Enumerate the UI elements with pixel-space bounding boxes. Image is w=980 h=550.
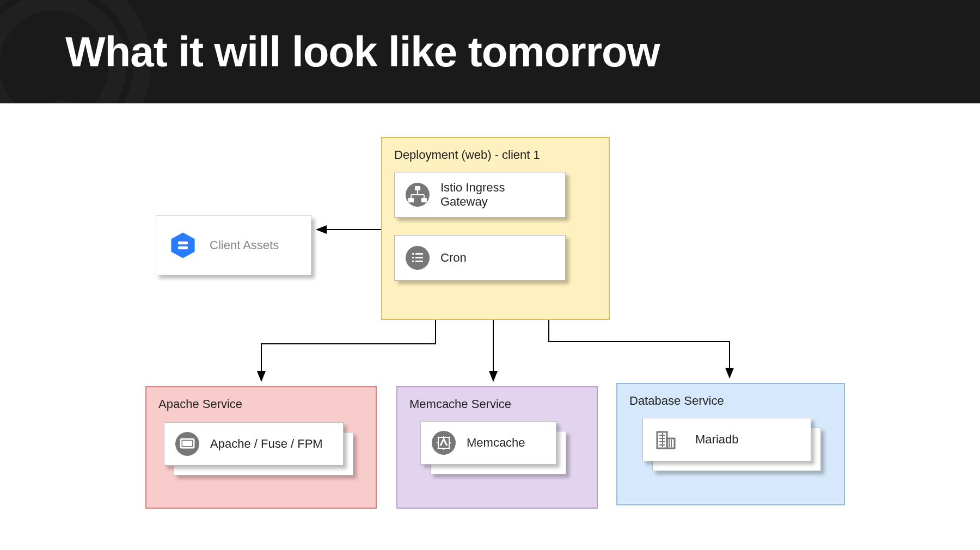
sitemap-icon [405, 182, 431, 208]
apache-service-box: Apache Service Apache / Fuse / FPM [145, 386, 377, 509]
memcache-service-box: Memcache Service Memcache [396, 386, 598, 509]
apache-service-label: Apache Service [158, 397, 364, 411]
database-service-label: Database Service [629, 394, 832, 408]
memcache-card-label: Memcache [467, 436, 525, 450]
istio-gateway-card: Istio Ingress Gateway [394, 172, 566, 218]
svg-rect-13 [415, 261, 423, 262]
apache-card: Apache / Fuse / FPM [164, 422, 344, 466]
list-icon [405, 245, 431, 271]
chip-icon [431, 430, 457, 456]
memcache-card: Memcache [420, 421, 556, 465]
svg-rect-11 [415, 257, 423, 258]
apache-card-label: Apache / Fuse / FPM [210, 437, 323, 451]
svg-rect-10 [412, 257, 414, 258]
svg-rect-6 [421, 198, 427, 202]
deployment-box: Deployment (web) - client 1 Istio Ingres… [381, 137, 610, 320]
slide-title: What it will look like tomorrow [65, 27, 659, 77]
slide-header: What it will look like tomorrow [0, 0, 980, 103]
mariadb-card: Mariadb [642, 418, 811, 461]
istio-gateway-label: Istio Ingress Gateway [440, 181, 555, 209]
client-assets-label: Client Assets [210, 238, 279, 252]
deployment-label: Deployment (web) - client 1 [394, 148, 597, 162]
svg-rect-8 [412, 253, 414, 255]
svg-point-17 [432, 431, 456, 455]
database-service-box: Database Service Mariadb [616, 383, 845, 505]
svg-rect-5 [408, 198, 414, 202]
screen-icon [174, 431, 200, 457]
svg-rect-2 [178, 246, 188, 249]
storage-hex-icon [168, 231, 198, 260]
cron-label: Cron [440, 251, 467, 265]
svg-rect-1 [178, 242, 188, 244]
svg-rect-9 [415, 253, 423, 255]
mariadb-card-label: Mariadb [695, 432, 738, 447]
svg-rect-4 [415, 186, 420, 190]
client-assets-card: Client Assets [156, 215, 311, 275]
svg-marker-0 [171, 233, 194, 258]
memcache-service-label: Memcache Service [409, 397, 585, 411]
svg-rect-16 [182, 441, 192, 446]
svg-rect-12 [412, 261, 414, 262]
cron-card: Cron [394, 235, 566, 281]
diagram-canvas: Client Assets Deployment (web) - client … [0, 103, 980, 550]
building-icon [653, 427, 679, 453]
